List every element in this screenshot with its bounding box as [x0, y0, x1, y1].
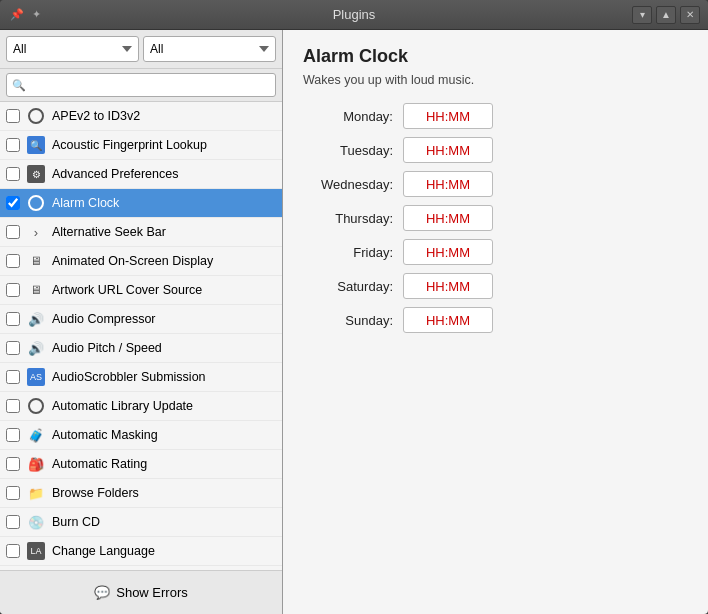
alarm-day-wednesday: Wednesday:: [303, 177, 393, 192]
plugin-item-alarm[interactable]: Alarm Clock: [0, 189, 282, 218]
plugin-icon-burncd: 💿: [26, 512, 46, 532]
plugin-name-acoustic: Acoustic Fingerprint Lookup: [52, 138, 276, 152]
alarm-row-tuesday: Tuesday:: [303, 137, 688, 163]
plugin-checkbox-animated[interactable]: [6, 254, 20, 268]
plugin-item-masking[interactable]: 🧳 Automatic Masking: [0, 421, 282, 450]
plugin-checkbox-browse[interactable]: [6, 486, 20, 500]
alarm-input-saturday[interactable]: [403, 273, 493, 299]
alarm-row-saturday: Saturday:: [303, 273, 688, 299]
plugin-checkbox-compressor[interactable]: [6, 312, 20, 326]
plugin-item-rating[interactable]: 🎒 Automatic Rating: [0, 450, 282, 479]
alarm-row-sunday: Sunday:: [303, 307, 688, 333]
alarm-input-friday[interactable]: [403, 239, 493, 265]
plugin-name-artwork: Artwork URL Cover Source: [52, 283, 276, 297]
plugin-icon-rating: 🎒: [26, 454, 46, 474]
plugin-checkbox-language[interactable]: [6, 544, 20, 558]
plugin-item-acoustic[interactable]: 🔍 Acoustic Fingerprint Lookup: [0, 131, 282, 160]
plugin-icon-advanced: ⚙: [26, 164, 46, 184]
minimize-button[interactable]: ▾: [632, 6, 652, 24]
plugins-window: 📌 ✦ Plugins ▾ ▲ ✕ All Enabled Disabled A…: [0, 0, 708, 614]
plugin-icon-browse: 📁: [26, 483, 46, 503]
plugin-checkbox-acoustic[interactable]: [6, 138, 20, 152]
plugin-checkbox-advanced[interactable]: [6, 167, 20, 181]
plugin-item-animated[interactable]: 🖥 Animated On-Screen Display: [0, 247, 282, 276]
plugin-icon-animated: 🖥: [26, 251, 46, 271]
plugin-item-advanced[interactable]: ⚙ Advanced Preferences: [0, 160, 282, 189]
plugin-item-burncd[interactable]: 💿 Burn CD: [0, 508, 282, 537]
alarm-input-monday[interactable]: [403, 103, 493, 129]
alarm-row-monday: Monday:: [303, 103, 688, 129]
plugin-name-library: Automatic Library Update: [52, 399, 276, 413]
titlebar: 📌 ✦ Plugins ▾ ▲ ✕: [0, 0, 708, 30]
plugin-item-apev2[interactable]: APEv2 to ID3v2: [0, 102, 282, 131]
plugin-name-browse: Browse Folders: [52, 486, 276, 500]
plugin-name-pitch: Audio Pitch / Speed: [52, 341, 276, 355]
plugin-item-artwork[interactable]: 🖥 Artwork URL Cover Source: [0, 276, 282, 305]
plugin-name-language: Change Language: [52, 544, 276, 558]
plugin-checkbox-audioscrobbler[interactable]: [6, 370, 20, 384]
search-icon: 🔍: [12, 79, 26, 92]
plugin-checkbox-masking[interactable]: [6, 428, 20, 442]
right-panel: Alarm Clock Wakes you up with loud music…: [283, 30, 708, 614]
alarm-input-tuesday[interactable]: [403, 137, 493, 163]
plugin-name-advanced: Advanced Preferences: [52, 167, 276, 181]
plugin-icon-pitch: 🔊: [26, 338, 46, 358]
plugin-list: APEv2 to ID3v2 🔍 Acoustic Fingerprint Lo…: [0, 102, 282, 570]
alarm-row-thursday: Thursday:: [303, 205, 688, 231]
alarm-grid: Monday: Tuesday: Wednesday: Thursday: Fr: [303, 103, 688, 333]
plugin-checkbox-rating[interactable]: [6, 457, 20, 471]
pin-button[interactable]: 📌: [8, 6, 26, 23]
plugin-icon-compressor: 🔊: [26, 309, 46, 329]
plugin-name-masking: Automatic Masking: [52, 428, 276, 442]
filter2-select[interactable]: All Enabled Disabled: [143, 36, 276, 62]
plugin-name-audioscrobbler: AudioScrobbler Submission: [52, 370, 276, 384]
plugin-checkbox-artwork[interactable]: [6, 283, 20, 297]
plugin-checkbox-burncd[interactable]: [6, 515, 20, 529]
plugin-name-burncd: Burn CD: [52, 515, 276, 529]
detail-description: Wakes you up with loud music.: [303, 73, 688, 87]
plugin-checkbox-apev2[interactable]: [6, 109, 20, 123]
search-wrapper: 🔍: [6, 73, 276, 97]
plugin-item-language[interactable]: LA Change Language: [0, 537, 282, 566]
detail-title: Alarm Clock: [303, 46, 688, 67]
arrow-button[interactable]: ✦: [30, 6, 43, 23]
window-title: Plugins: [333, 7, 376, 22]
main-content: All Enabled Disabled All Enabled Disable…: [0, 30, 708, 614]
close-button[interactable]: ✕: [680, 6, 700, 24]
alarm-row-friday: Friday:: [303, 239, 688, 265]
plugin-name-apev2: APEv2 to ID3v2: [52, 109, 276, 123]
alarm-input-thursday[interactable]: [403, 205, 493, 231]
plugin-checkbox-alarm[interactable]: [6, 196, 20, 210]
plugin-item-audioscrobbler[interactable]: AS AudioScrobbler Submission: [0, 363, 282, 392]
plugin-icon-apev2: [26, 106, 46, 126]
maximize-button[interactable]: ▲: [656, 6, 676, 24]
plugin-icon-language: LA: [26, 541, 46, 561]
window-controls: ▾ ▲ ✕: [632, 6, 700, 24]
plugin-item-library[interactable]: Automatic Library Update: [0, 392, 282, 421]
plugin-icon-masking: 🧳: [26, 425, 46, 445]
plugin-checkbox-pitch[interactable]: [6, 341, 20, 355]
alarm-input-sunday[interactable]: [403, 307, 493, 333]
plugin-item-pitch[interactable]: 🔊 Audio Pitch / Speed: [0, 334, 282, 363]
plugin-checkbox-library[interactable]: [6, 399, 20, 413]
filter1-select[interactable]: All Enabled Disabled: [6, 36, 139, 62]
plugin-item-alternative[interactable]: › Alternative Seek Bar: [0, 218, 282, 247]
plugin-icon-library: [26, 396, 46, 416]
alarm-day-monday: Monday:: [303, 109, 393, 124]
plugin-checkbox-alternative[interactable]: [6, 225, 20, 239]
plugin-item-browse[interactable]: 📁 Browse Folders: [0, 479, 282, 508]
plugin-icon-audioscrobbler: AS: [26, 367, 46, 387]
alarm-day-friday: Friday:: [303, 245, 393, 260]
plugin-item-compressor[interactable]: 🔊 Audio Compressor: [0, 305, 282, 334]
show-errors-bar[interactable]: 💬 Show Errors: [0, 570, 282, 614]
show-errors-icon: 💬: [94, 585, 110, 600]
alarm-input-wednesday[interactable]: [403, 171, 493, 197]
titlebar-pin-area: 📌 ✦: [8, 6, 43, 23]
search-input[interactable]: [6, 73, 276, 97]
alarm-row-wednesday: Wednesday:: [303, 171, 688, 197]
left-panel: All Enabled Disabled All Enabled Disable…: [0, 30, 283, 614]
alarm-day-saturday: Saturday:: [303, 279, 393, 294]
plugin-name-alarm: Alarm Clock: [52, 196, 276, 210]
show-errors-label: Show Errors: [116, 585, 188, 600]
plugin-name-compressor: Audio Compressor: [52, 312, 276, 326]
